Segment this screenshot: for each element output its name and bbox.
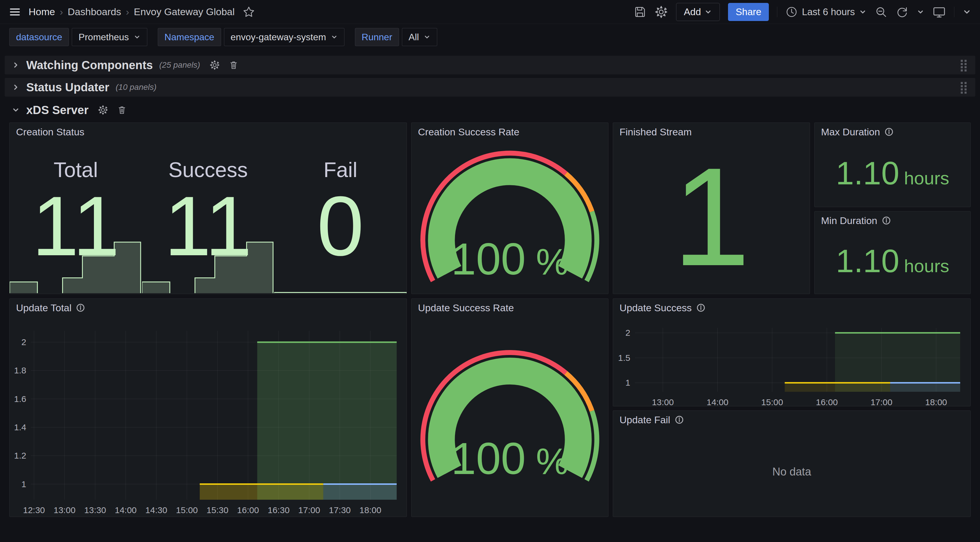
row-delete-trash-icon[interactable] (229, 60, 239, 70)
row-drag-handle[interactable] (959, 58, 968, 72)
panel-title[interactable]: Update Fail (619, 414, 670, 426)
variable-value: Prometheus (78, 32, 129, 43)
row-panel-count: (10 panels) (116, 83, 157, 92)
variable-value: envoy-gateway-system (231, 32, 326, 43)
panel-title[interactable]: Finished Stream (619, 126, 692, 138)
svg-text:13:00: 13:00 (54, 505, 76, 515)
chevron-right-icon: › (60, 6, 63, 18)
svg-text:16:00: 16:00 (237, 505, 259, 515)
svg-text:15:00: 15:00 (761, 397, 783, 406)
add-button[interactable]: Add (676, 3, 720, 21)
chevron-right-icon: › (126, 6, 129, 18)
row-title[interactable]: Status Updater (26, 81, 110, 94)
svg-text:1.4: 1.4 (14, 422, 26, 432)
panel-update-fail[interactable]: Update Fail No data (613, 410, 970, 517)
svg-text:1.8: 1.8 (14, 365, 26, 375)
row-title[interactable]: xDS Server (26, 104, 88, 117)
info-icon[interactable] (675, 415, 684, 424)
no-data-message: No data (613, 427, 970, 516)
variable-select-runner[interactable]: All (402, 28, 438, 46)
panel-update-success-rate[interactable]: Update Success Rate 100 % (411, 298, 608, 517)
info-icon[interactable] (882, 216, 891, 225)
panel-title[interactable]: Min Duration (821, 215, 877, 226)
chevron-down-icon (134, 33, 141, 41)
favorite-star-icon[interactable] (242, 6, 255, 18)
breadcrumb: Home › Dashboards › Envoy Gateway Global (29, 6, 235, 18)
svg-text:12:30: 12:30 (23, 505, 45, 515)
row-xds-server[interactable]: xDS Server (5, 100, 975, 119)
svg-text:1.2: 1.2 (14, 451, 26, 460)
divider (954, 7, 955, 17)
stat-value: 0 (317, 183, 364, 268)
chevron-down-icon (12, 106, 20, 114)
zoom-out-icon[interactable] (875, 6, 888, 18)
clock-icon (786, 6, 798, 18)
svg-text:14:00: 14:00 (706, 397, 728, 406)
stat-success: Success 11 (142, 139, 274, 294)
breadcrumb-home[interactable]: Home (29, 6, 55, 18)
variable-select-datasource[interactable]: Prometheus (72, 28, 147, 46)
refresh-icon[interactable] (896, 6, 908, 18)
duration-unit: hours (904, 255, 949, 276)
row-title[interactable]: Watching Components (26, 59, 153, 72)
panel-title[interactable]: Creation Status (16, 126, 84, 138)
timeseries-update-success: 13:0014:0015:0016:0017:0018:0011.52 (613, 315, 970, 406)
panel-finished-stream[interactable]: Finished Stream 1 (613, 123, 810, 294)
chevron-down-icon (423, 33, 431, 41)
variable-label-runner[interactable]: Runner (355, 28, 399, 46)
timeseries-update-total: 12:3013:0013:3014:0014:3015:0015:3016:00… (10, 315, 407, 516)
nav-collapse-chevron-icon[interactable] (963, 8, 971, 16)
panel-creation-success-rate[interactable]: Creation Success Rate 100 % (411, 123, 608, 294)
info-icon[interactable] (885, 128, 893, 136)
svg-text:17:00: 17:00 (298, 505, 320, 515)
svg-text:100 %: 100 % (451, 434, 569, 483)
breadcrumb-dashboard-title[interactable]: Envoy Gateway Global (134, 6, 235, 18)
svg-text:15:30: 15:30 (207, 505, 228, 515)
save-dashboard-icon[interactable] (633, 6, 646, 18)
max-duration-stat: 1.10 hours (815, 139, 970, 207)
svg-text:16:30: 16:30 (268, 505, 290, 515)
panel-max-duration[interactable]: Max Duration 1.10 hours (815, 123, 970, 207)
time-range-picker[interactable]: Last 6 hours (786, 6, 867, 18)
info-icon[interactable] (697, 303, 705, 312)
svg-text:13:00: 13:00 (652, 397, 674, 406)
svg-text:2: 2 (625, 328, 630, 338)
panel-title[interactable]: Update Success Rate (418, 302, 514, 314)
variable-label-datasource[interactable]: datasource (10, 28, 69, 46)
row-settings-gear-icon[interactable] (209, 60, 220, 70)
row-watching-components[interactable]: Watching Components (25 panels) (5, 56, 975, 74)
stat-fail: Fail 0 (274, 139, 407, 294)
panel-creation-status[interactable]: Creation Status Total 11 Success 11 Fail… (10, 123, 407, 294)
variable-label-namespace[interactable]: Namespace (158, 28, 221, 46)
row-delete-trash-icon[interactable] (117, 105, 127, 115)
stat-label: Total (54, 158, 98, 182)
kiosk-tv-icon[interactable] (932, 5, 946, 19)
panel-title[interactable]: Update Success (619, 302, 692, 314)
dashboard-settings-icon[interactable] (654, 5, 668, 19)
panel-update-total[interactable]: Update Total 12:3013:0013:3014:0014:3015… (10, 298, 407, 517)
row-status-updater[interactable]: Status Updater (10 panels) (5, 78, 975, 97)
panel-title[interactable]: Update Total (16, 302, 72, 314)
duration-value: 1.10 (835, 242, 899, 280)
row-settings-gear-icon[interactable] (98, 105, 108, 115)
svg-text:13:30: 13:30 (84, 505, 106, 515)
variables-bar: datasource Prometheus Namespace envoy-ga… (10, 28, 437, 46)
refresh-interval-chevron-icon[interactable] (917, 8, 924, 16)
panel-update-success[interactable]: Update Success 13:0014:0015:0016:0017:00… (613, 298, 970, 406)
svg-text:16:00: 16:00 (816, 397, 838, 406)
svg-text:18:00: 18:00 (360, 505, 381, 515)
stat-label: Fail (323, 158, 357, 182)
row-panel-count: (25 panels) (159, 61, 200, 70)
info-icon[interactable] (76, 303, 85, 312)
stat-total: Total 11 (10, 139, 142, 294)
variable-select-namespace[interactable]: envoy-gateway-system (224, 28, 344, 46)
svg-text:100 %: 100 % (451, 234, 569, 284)
share-button[interactable]: Share (728, 3, 769, 21)
panel-title[interactable]: Creation Success Rate (418, 126, 519, 138)
row-drag-handle[interactable] (959, 80, 968, 94)
svg-text:15:00: 15:00 (176, 505, 198, 515)
hamburger-menu-icon[interactable] (9, 6, 21, 18)
panel-min-duration[interactable]: Min Duration 1.10 hours (815, 211, 970, 294)
panel-title[interactable]: Max Duration (821, 126, 880, 138)
breadcrumb-dashboards[interactable]: Dashboards (68, 6, 121, 18)
